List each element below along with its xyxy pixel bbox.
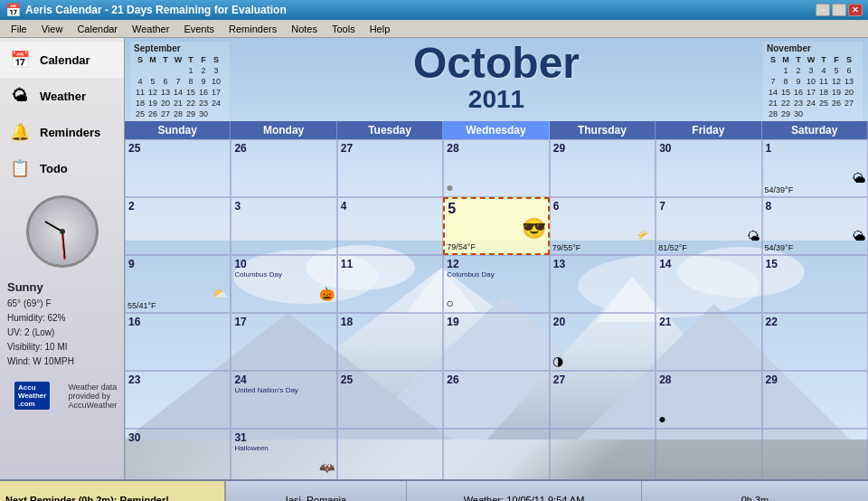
sidebar-item-todo[interactable]: 📋 Todo	[0, 150, 124, 186]
menu-item-calendar[interactable]: Calendar	[70, 22, 125, 36]
cal-cell-8[interactable]: 8🌥54/39°F	[762, 197, 868, 255]
cal-cell-5[interactable]: 5😎79/54°F	[443, 197, 549, 255]
cell-weather: 54/39°F	[765, 243, 794, 252]
cal-cell-empty[interactable]	[443, 429, 549, 479]
weather-temp: 65° (69°) F	[7, 297, 117, 311]
cal-cell-24[interactable]: 24United Nation's Day	[231, 371, 336, 429]
cell-num: 26	[447, 373, 545, 386]
cal-cell-2[interactable]: 2	[125, 197, 231, 255]
cal-cell-28[interactable]: 28●	[656, 371, 761, 429]
cal-cell-30[interactable]: 30	[656, 139, 761, 197]
cell-num: 28	[447, 142, 545, 155]
status-reminder: Next Reminder (0h 2m): Reminder!	[0, 481, 226, 501]
sidebar-label-calendar: Calendar	[40, 53, 90, 67]
cal-cell-23[interactable]: 23	[125, 371, 231, 429]
menu-item-view[interactable]: View	[34, 22, 71, 36]
clock-area	[26, 195, 99, 268]
cal-week-3: 1617181920◑2122	[125, 313, 868, 371]
cal-cell-13[interactable]: 13	[550, 255, 656, 313]
cal-cell-27[interactable]: 27	[550, 371, 656, 429]
sidebar-item-calendar[interactable]: 📅 Calendar	[0, 42, 124, 78]
sidebar-label-reminders: Reminders	[40, 126, 100, 139]
cell-num: 27	[553, 373, 652, 386]
cal-cell-10[interactable]: 10Columbus Day🎃	[231, 255, 336, 313]
sidebar-item-reminders[interactable]: 🔔 Reminders	[0, 114, 124, 150]
cell-event: Columbus Day	[447, 270, 545, 279]
cal-cell-25[interactable]: 25	[337, 371, 443, 429]
cal-cell-19[interactable]: 19	[443, 313, 549, 371]
maximize-button[interactable]: □	[832, 4, 846, 16]
cal-cell-empty[interactable]	[656, 429, 761, 479]
cell-num: 9	[128, 258, 227, 270]
status-bar: Next Reminder (0h 2m): Reminder! Iasi, R…	[0, 479, 868, 501]
menu-item-weather[interactable]: Weather	[125, 22, 176, 36]
weather-humidity: Humidity: 62%	[7, 311, 117, 326]
cell-num: 12	[447, 258, 545, 270]
weather-credit: Weather dataprovided byAccuWeather	[61, 383, 124, 410]
cell-weather: 81/52°F	[658, 243, 687, 252]
day-header-tuesday: Tuesday	[337, 121, 443, 139]
minimize-button[interactable]: ─	[816, 4, 830, 16]
cal-cell-17[interactable]: 17	[231, 313, 336, 371]
close-button[interactable]: ✕	[848, 4, 863, 16]
cal-cell-3[interactable]: 3	[231, 197, 336, 255]
cell-num: 30	[659, 142, 758, 155]
day-header-sunday: Sunday	[125, 121, 231, 139]
cal-cell-28[interactable]: 28●	[443, 139, 549, 197]
cal-cell-empty[interactable]	[762, 429, 868, 479]
cal-cell-20[interactable]: 20◑	[550, 313, 656, 371]
cal-cell-empty[interactable]	[550, 429, 656, 479]
cal-week-1: 2345😎79/54°F6⛅79/55°F7🌤81/52°F8🌥54/39°F	[125, 197, 868, 255]
weather-details: 65° (69°) F Humidity: 62% UV: 2 (Low) Vi…	[7, 297, 117, 369]
menu-item-events[interactable]: Events	[176, 22, 222, 36]
cal-cell-27[interactable]: 27	[337, 139, 443, 197]
cal-cell-26[interactable]: 26	[231, 139, 336, 197]
cal-cell-21[interactable]: 21	[656, 313, 761, 371]
cell-weather-icon: 🎃	[319, 287, 335, 301]
cal-cell-12[interactable]: 12Columbus Day○	[443, 255, 549, 313]
day-header-friday: Friday	[656, 121, 761, 139]
cell-num: 20	[553, 316, 652, 328]
moon-phase: ●	[446, 180, 546, 194]
cal-cell-29[interactable]: 29	[762, 371, 868, 429]
cell-weather-icon: 🦇	[319, 460, 335, 475]
cell-num: 19	[447, 316, 545, 328]
calendar-icon: 📅	[7, 47, 33, 72]
cell-num: 21	[659, 316, 758, 328]
cal-cell-14[interactable]: 14	[656, 255, 761, 313]
cal-week-5: 3031Halloween🦇	[125, 429, 868, 479]
menu-item-file[interactable]: File	[4, 22, 34, 36]
calendar-grid: SundayMondayTuesdayWednesdayThursdayFrid…	[125, 121, 868, 479]
cal-cell-empty[interactable]	[337, 429, 443, 479]
cell-num: 17	[234, 316, 333, 328]
cal-cell-16[interactable]: 16	[125, 313, 231, 371]
cal-cell-18[interactable]: 18	[337, 313, 443, 371]
cell-event: United Nation's Day	[234, 386, 333, 395]
menu-item-help[interactable]: Help	[363, 22, 398, 36]
menu-item-tools[interactable]: Tools	[325, 22, 363, 36]
cell-num: 16	[128, 316, 227, 328]
cell-weather-icon: 🌥	[853, 171, 865, 185]
cell-weather: 55/41°F	[127, 301, 156, 310]
cal-cell-6[interactable]: 6⛅79/55°F	[550, 197, 656, 255]
cal-cell-29[interactable]: 29	[550, 139, 656, 197]
menu-item-notes[interactable]: Notes	[284, 22, 325, 36]
cal-cell-1[interactable]: 1🌥54/39°F	[762, 139, 868, 197]
moon-phase: ◑	[552, 354, 653, 368]
cal-cell-31[interactable]: 31Halloween🦇	[231, 429, 336, 479]
cal-cell-9[interactable]: 9⛅55/41°F	[125, 255, 231, 313]
cell-num: 1	[766, 142, 864, 155]
day-header-saturday: Saturday	[762, 121, 868, 139]
cal-cell-11[interactable]: 11	[337, 255, 443, 313]
cal-cell-22[interactable]: 22	[762, 313, 868, 371]
cal-cell-30[interactable]: 30	[125, 429, 231, 479]
cell-num: 5	[448, 201, 544, 217]
menu-item-reminders[interactable]: Reminders	[222, 22, 284, 36]
sidebar-item-weather[interactable]: 🌤 Weather	[0, 78, 124, 114]
cal-cell-26[interactable]: 26	[443, 371, 549, 429]
cal-cell-25[interactable]: 25	[125, 139, 231, 197]
cell-weather: 54/39°F	[765, 185, 794, 194]
cal-cell-4[interactable]: 4	[337, 197, 443, 255]
cal-cell-15[interactable]: 15	[762, 255, 868, 313]
cal-cell-7[interactable]: 7🌤81/52°F	[656, 197, 761, 255]
